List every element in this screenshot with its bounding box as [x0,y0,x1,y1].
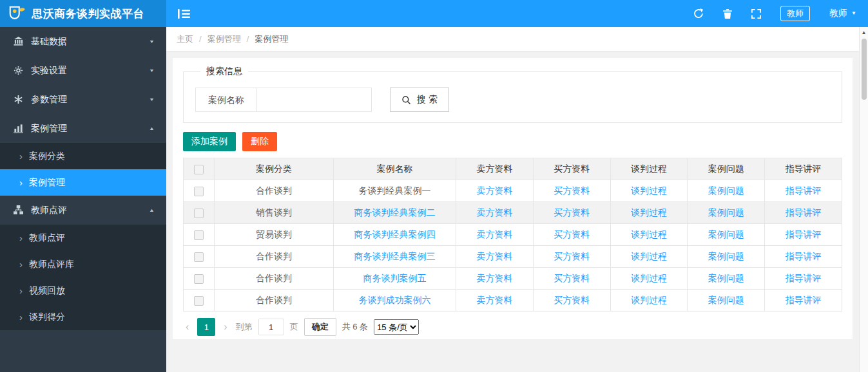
sidebar-item-label: 实验设置 [31,65,67,77]
sidebar-subitem-4-0[interactable]: ›教师点评 [0,225,166,251]
current-page-button[interactable]: 1 [197,318,215,336]
buyer-material-link[interactable]: 买方资料 [554,295,590,305]
link-cell: 指导讲评 [765,180,842,202]
case-category: 合作谈判 [215,246,334,268]
guidance-review-link[interactable]: 指导讲评 [786,229,822,239]
case-name-link[interactable]: 务谈判经典案例一 [359,185,431,196]
goto-page-label: 到第 [236,321,253,333]
sidebar-item-2[interactable]: 参数管理▼ [0,85,166,114]
case-category: 合作谈判 [215,290,334,312]
sidebar-subitem-3-0[interactable]: ›案例分类 [0,143,166,169]
search-button[interactable]: 搜 索 [390,88,449,112]
bar-chart-icon [13,124,24,133]
case-name-cell: 商务谈判经典案例四 [334,224,456,246]
negotiation-process-link[interactable]: 谈判过程 [631,273,667,283]
caret-down-icon: ▼ [851,11,856,16]
case-question-link[interactable]: 案例问题 [708,207,744,218]
sidebar-subitem-4-2[interactable]: ›视频回放 [0,277,166,304]
search-row: 案例名称 搜 索 [195,88,830,112]
menu-collapse-icon[interactable] [178,9,190,19]
negotiation-process-link[interactable]: 谈判过程 [631,229,667,239]
sidebar-item-0[interactable]: 基础数据▼ [0,27,166,56]
trash-icon[interactable] [723,9,732,19]
seller-material-link[interactable]: 卖方资料 [476,273,512,283]
case-category: 销售谈判 [215,202,334,224]
next-page-button[interactable]: › [221,321,229,333]
case-question-link[interactable]: 案例问题 [708,229,744,239]
seller-material-link[interactable]: 卖方资料 [476,251,512,261]
buyer-material-link[interactable]: 买方资料 [554,251,590,261]
goto-page-input[interactable] [258,319,284,335]
table-row: 贸易谈判商务谈判经典案例四卖方资料买方资料谈判过程案例问题指导讲评 [184,224,842,246]
case-name-link[interactable]: 商务谈判经典案例三 [354,251,436,261]
role-badge[interactable]: 教师 [780,6,810,21]
seller-material-link[interactable]: 卖方资料 [476,229,512,239]
sidebar-subitem-4-3[interactable]: ›谈判得分 [0,304,166,330]
scrollbar-thumb[interactable] [862,39,867,100]
scrollbar[interactable]: ▲ [859,27,868,372]
scroll-up-arrow-icon[interactable]: ▲ [860,27,868,37]
row-checkbox[interactable] [194,252,204,262]
negotiation-process-link[interactable]: 谈判过程 [631,185,667,196]
table-row: 合作谈判务谈判经典案例一卖方资料买方资料谈判过程案例问题指导讲评 [184,180,842,202]
case-question-link[interactable]: 案例问题 [708,273,744,283]
case-name-link[interactable]: 商务谈判案例五 [363,273,427,283]
buyer-material-link[interactable]: 买方资料 [554,229,590,239]
angle-right-icon: › [19,312,23,322]
page-size-select[interactable]: 15 条/页 [374,319,419,335]
cases-table: 案例分类案例名称卖方资料买方资料谈判过程案例问题指导讲评 合作谈判务谈判经典案例… [183,158,842,312]
case-question-link[interactable]: 案例问题 [708,185,744,196]
link-cell: 买方资料 [533,224,610,246]
confirm-page-button[interactable]: 确定 [304,318,336,336]
case-question-link[interactable]: 案例问题 [708,295,744,305]
sidebar-item-4[interactable]: 教师点评▲ [0,196,166,225]
row-checkbox[interactable] [194,296,204,306]
sidebar-subitem-4-1[interactable]: ›教师点评库 [0,251,166,277]
prev-page-button[interactable]: ‹ [183,321,191,333]
seller-material-link[interactable]: 卖方资料 [476,207,512,218]
breadcrumb-home[interactable]: 主页 [177,33,193,45]
case-question-link[interactable]: 案例问题 [708,251,744,261]
sidebar-subitem-label: 案例管理 [29,177,65,189]
seller-material-link[interactable]: 卖方资料 [476,185,512,196]
row-checkbox[interactable] [194,274,204,284]
sidebar-subitem-3-1[interactable]: ›案例管理 [0,169,166,196]
sidebar-subitem-label: 教师点评 [29,232,65,244]
negotiation-process-link[interactable]: 谈判过程 [631,295,667,305]
guidance-review-link[interactable]: 指导讲评 [786,273,822,283]
row-checkbox[interactable] [194,209,204,218]
sidebar-item-1[interactable]: 实验设置▼ [0,56,166,85]
sidebar-item-label: 基础数据 [31,36,67,48]
guidance-review-link[interactable]: 指导讲评 [786,295,822,305]
add-case-button[interactable]: 添加案例 [183,132,236,151]
fullscreen-icon[interactable] [751,9,761,19]
buyer-material-link[interactable]: 买方资料 [554,273,590,283]
row-checkbox[interactable] [194,187,204,196]
pagination: ‹ 1 › 到第 页 确定 共 6 条 15 条/页 [183,318,842,336]
guidance-review-link[interactable]: 指导讲评 [786,251,822,261]
case-name-link[interactable]: 务谈判成功案例六 [359,295,431,305]
buyer-material-link[interactable]: 买方资料 [554,207,590,218]
delete-button[interactable]: 删除 [242,132,277,151]
refresh-icon[interactable] [693,8,704,19]
sidebar-subitem-label: 谈判得分 [29,312,65,323]
seller-material-link[interactable]: 卖方资料 [476,295,512,305]
case-name-link[interactable]: 商务谈判经典案例四 [354,229,436,239]
link-cell: 谈判过程 [610,202,688,224]
row-checkbox-cell [184,290,215,312]
table-row: 销售谈判商务谈判经典案例二卖方资料买方资料谈判过程案例问题指导讲评 [184,202,842,224]
link-cell: 案例问题 [688,202,765,224]
negotiation-process-link[interactable]: 谈判过程 [631,251,667,261]
link-cell: 指导讲评 [765,224,842,246]
guidance-review-link[interactable]: 指导讲评 [786,207,822,218]
user-menu[interactable]: 教师 ▼ [829,8,856,19]
link-cell: 案例问题 [688,268,765,290]
buyer-material-link[interactable]: 买方资料 [554,185,590,196]
select-all-checkbox[interactable] [194,165,204,174]
case-name-input[interactable] [257,88,372,112]
sidebar-item-3[interactable]: 案例管理▲ [0,114,166,143]
negotiation-process-link[interactable]: 谈判过程 [631,207,667,218]
row-checkbox[interactable] [194,230,204,240]
guidance-review-link[interactable]: 指导讲评 [786,185,822,196]
case-name-link[interactable]: 商务谈判经典案例二 [354,207,436,218]
